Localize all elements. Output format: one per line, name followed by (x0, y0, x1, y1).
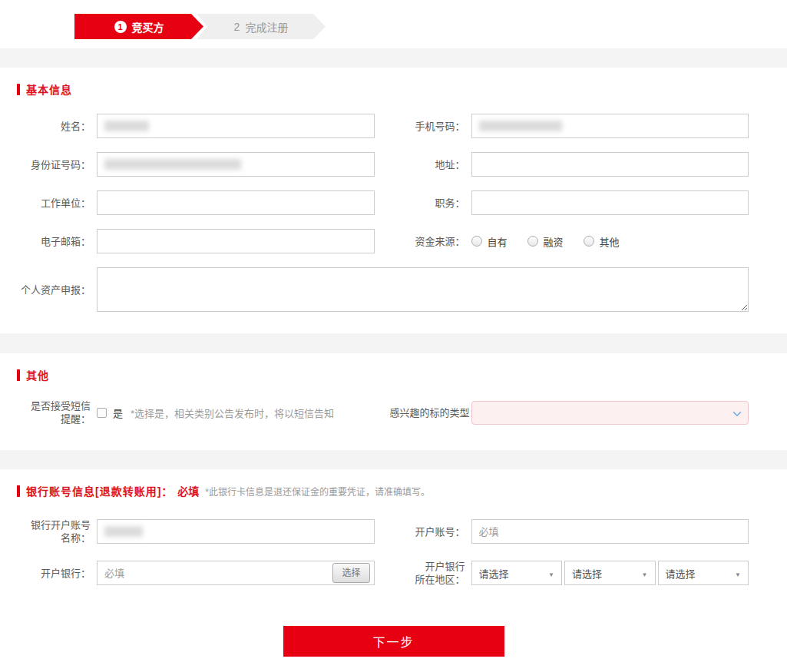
region-city-select[interactable]: 请选择 ▼ (564, 561, 656, 585)
bank-choose-button[interactable]: 选择 (332, 563, 369, 583)
phone-label: 手机号码： (390, 120, 465, 133)
caret-down-icon: ▼ (735, 571, 741, 578)
region-district-select[interactable]: 请选择 ▼ (658, 561, 749, 585)
asset-declaration-textarea[interactable] (97, 267, 749, 312)
caret-down-icon: ▼ (548, 571, 554, 578)
radio-icon (584, 236, 594, 247)
id-number-input[interactable] (97, 152, 375, 177)
sms-reminder-field-row: 是否接受短信 提醒： 是 *选择是，相关类别公告发布时，将以短信告知 (15, 399, 375, 425)
bank-region-field-row: 开户银行 所在地区： 请选择 ▼ 请选择 ▼ 请选择 ▼ (390, 560, 749, 586)
radio-icon (527, 236, 538, 247)
interest-type-dropdown[interactable] (471, 401, 749, 425)
phone-input[interactable] (471, 114, 749, 138)
employer-field-row: 工作单位： (15, 190, 375, 215)
section-accent-bar (17, 369, 20, 381)
fund-source-radio-group: 自有 融资 其他 (471, 234, 640, 249)
next-step-button[interactable]: 下一步 (283, 626, 504, 657)
next-button-row: 下一步 (0, 586, 787, 672)
bank-name-field-row: 开户银行： 选择 (15, 560, 375, 586)
bank-account-name-label: 银行开户账号 名称： (15, 518, 91, 545)
position-input[interactable] (471, 190, 749, 215)
step1-label: 竞买方 (132, 19, 164, 35)
fund-source-label: 资金来源： (390, 235, 465, 248)
other-header: 其他 (0, 353, 787, 382)
name-label: 姓名： (15, 120, 91, 133)
id-number-label: 身份证号码： (15, 158, 91, 171)
basic-info-title: 基本信息 (26, 81, 72, 97)
region-district-value: 请选择 (666, 566, 696, 581)
position-field-row: 职务： (390, 190, 749, 215)
bank-region-label: 开户银行 所在地区： (390, 560, 465, 586)
radio-fund-other[interactable]: 其他 (584, 234, 620, 249)
region-city-value: 请选择 (572, 566, 602, 581)
radio-fund-other-label: 其他 (600, 234, 620, 249)
address-field-row: 地址： (390, 152, 749, 177)
step2-number: 2 (234, 21, 240, 33)
radio-fund-financing[interactable]: 融资 (527, 234, 564, 249)
step-tab-buyer[interactable]: 1 竞买方 (74, 14, 203, 39)
sms-reminder-checkbox[interactable] (97, 408, 107, 418)
position-label: 职务： (390, 197, 465, 210)
bank-info-title: 银行账号信息[退款转账用]： (26, 483, 173, 498)
other-section: 其他 是否接受短信 提醒： 是 *选择是，相关类别公告发布时，将以短信告知 感兴… (0, 353, 787, 450)
bank-account-number-field-row: 开户账号： (390, 518, 749, 545)
phone-field-row: 手机号码： (390, 114, 749, 138)
email-input[interactable] (97, 229, 375, 253)
address-input[interactable] (471, 152, 749, 177)
basic-info-section: 基本信息 姓名： 手机号码： 身份证号码： 地址： (0, 68, 787, 333)
bank-info-section: 银行账号信息[退款转账用]： 必填 *此银行卡信息是退还保证金的重要凭证，请准确… (0, 469, 787, 672)
step1-number-badge: 1 (114, 21, 127, 33)
id-number-field-row: 身份证号码： (15, 152, 375, 177)
employer-input[interactable] (97, 190, 375, 215)
region-province-value: 请选择 (479, 566, 509, 581)
step2-label: 完成注册 (245, 19, 288, 35)
interest-type-field-row: 感兴趣的标的类型： (390, 399, 749, 425)
name-field-row: 姓名： (15, 114, 375, 138)
region-province-select[interactable]: 请选择 ▼ (471, 561, 563, 585)
caret-down-icon: ▼ (642, 571, 648, 578)
step-indicator: 1 竞买方 2 完成注册 (0, 0, 787, 48)
interest-type-label: 感兴趣的标的类型： (390, 406, 465, 419)
bank-note-text: *此银行卡信息是退还保证金的重要凭证，请准确填写。 (205, 485, 430, 498)
employer-label: 工作单位： (15, 197, 91, 210)
bank-account-number-input[interactable] (471, 519, 749, 544)
address-label: 地址： (390, 158, 465, 171)
section-accent-bar (17, 84, 20, 95)
sms-yes-label: 是 (113, 406, 123, 420)
name-input[interactable] (97, 114, 375, 138)
bank-required-tag: 必填 (177, 483, 199, 498)
bank-account-name-field-row: 银行开户账号 名称： (15, 518, 375, 545)
section-accent-bar (17, 485, 20, 497)
asset-declaration-label: 个人资产申报： (15, 283, 91, 296)
step-tab-complete-registration[interactable]: 2 完成注册 (197, 14, 326, 39)
bank-account-name-input[interactable] (97, 519, 375, 544)
sms-reminder-label: 是否接受短信 提醒： (15, 399, 91, 425)
other-title: 其他 (26, 367, 49, 382)
bank-account-number-label: 开户账号： (390, 525, 465, 538)
radio-fund-own-label: 自有 (488, 234, 508, 249)
radio-fund-own[interactable]: 自有 (471, 234, 508, 249)
radio-fund-financing-label: 融资 (544, 234, 564, 249)
fund-source-field-row: 资金来源： 自有 融资 其他 (390, 229, 749, 253)
sms-note-text: *选择是，相关类别公告发布时，将以短信告知 (131, 406, 334, 420)
email-label: 电子邮箱： (15, 235, 91, 248)
email-field-row: 电子邮箱： (15, 229, 375, 253)
bank-name-label: 开户银行： (15, 567, 91, 580)
radio-icon (471, 236, 482, 247)
chevron-down-icon (732, 408, 741, 416)
bank-info-header: 银行账号信息[退款转账用]： 必填 *此银行卡信息是退还保证金的重要凭证，请准确… (0, 469, 787, 498)
asset-declaration-field-row: 个人资产申报： (15, 267, 749, 312)
basic-info-header: 基本信息 (0, 68, 787, 97)
